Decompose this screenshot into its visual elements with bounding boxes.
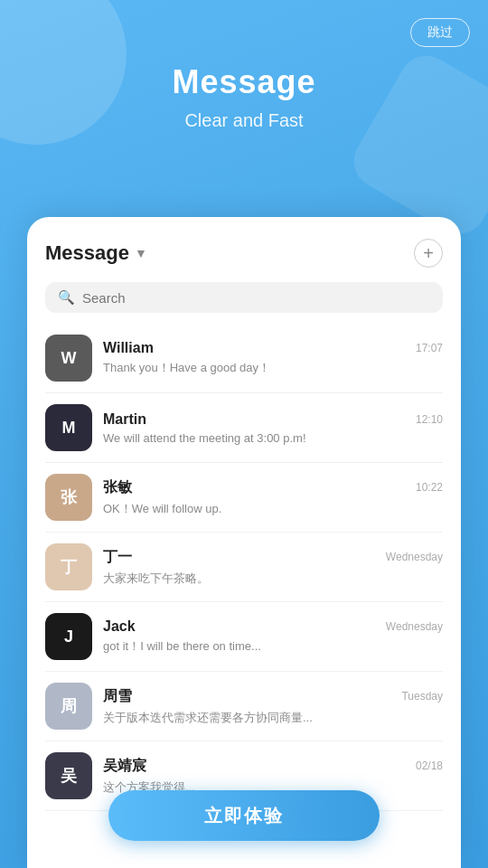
avatar-initial: M <box>45 404 92 451</box>
message-name: Martin <box>103 411 146 428</box>
card-title: Message <box>45 241 129 265</box>
avatar: 张 <box>45 474 92 521</box>
message-content: 张敏 10:22 OK！We will follow up. <box>103 478 443 517</box>
message-name: Jack <box>103 618 136 635</box>
message-content: Martin 12:10 We will attend the meeting … <box>103 411 443 445</box>
message-preview: got it！I will be there on time... <box>103 638 356 655</box>
avatar: 吴 <box>45 752 92 799</box>
search-input[interactable] <box>82 290 430 306</box>
message-item[interactable]: 周 周雪 Tuesday 关于版本迭代需求还需要各方协同商量... <box>45 672 443 741</box>
message-item[interactable]: W William 17:07 Thank you！Have a good da… <box>45 324 443 393</box>
avatar: M <box>45 404 92 451</box>
search-bar[interactable]: 🔍 <box>45 282 443 313</box>
message-top: 周雪 Tuesday <box>103 687 443 706</box>
message-top: 吴靖宸 02/18 <box>103 757 443 776</box>
message-list: W William 17:07 Thank you！Have a good da… <box>45 324 443 811</box>
message-time: Tuesday <box>401 690 443 703</box>
card-title-area: Message ▼ <box>45 241 147 265</box>
message-time: 02/18 <box>416 760 443 772</box>
message-preview: OK！We will follow up. <box>103 501 356 517</box>
message-name: 张敏 <box>103 478 132 497</box>
search-icon: 🔍 <box>58 289 75 306</box>
message-name: William <box>103 340 154 356</box>
avatar-initial: 丁 <box>45 543 92 590</box>
message-top: Martin 12:10 <box>103 411 443 428</box>
avatar: 丁 <box>45 543 92 590</box>
avatar-initial: J <box>45 613 92 660</box>
avatar-initial: W <box>45 335 92 382</box>
message-preview: Thank you！Have a good day！ <box>103 360 356 376</box>
avatar: J <box>45 613 92 660</box>
avatar-initial: 吴 <box>45 752 92 799</box>
message-name: 吴靖宸 <box>103 757 146 776</box>
message-preview: 关于版本迭代需求还需要各方协同商量... <box>103 710 356 726</box>
cta-button[interactable]: 立即体验 <box>108 790 380 841</box>
avatar: 周 <box>45 683 92 730</box>
avatar-initial: 周 <box>45 683 92 730</box>
avatar-initial: 张 <box>45 474 92 521</box>
dropdown-icon[interactable]: ▼ <box>135 246 147 260</box>
message-content: 丁一 Wednesday 大家来吃下午茶略。 <box>103 548 443 587</box>
message-preview: We will attend the meeting at 3:00 p.m! <box>103 431 356 445</box>
message-name: 丁一 <box>103 548 132 567</box>
message-item[interactable]: J Jack Wednesday got it！I will be there … <box>45 602 443 672</box>
message-item[interactable]: M Martin 12:10 We will attend the meetin… <box>45 393 443 463</box>
message-name: 周雪 <box>103 687 132 706</box>
message-top: William 17:07 <box>103 340 443 356</box>
message-time: Wednesday <box>386 620 443 633</box>
message-top: 张敏 10:22 <box>103 478 443 497</box>
message-top: 丁一 Wednesday <box>103 548 443 567</box>
message-content: Jack Wednesday got it！I will be there on… <box>103 618 443 655</box>
skip-button[interactable]: 跳过 <box>410 18 470 47</box>
card-header: Message ▼ + <box>45 239 443 268</box>
message-item[interactable]: 张 张敏 10:22 OK！We will follow up. <box>45 463 443 533</box>
message-item[interactable]: 丁 丁一 Wednesday 大家来吃下午茶略。 <box>45 533 443 602</box>
message-card: Message ▼ + 🔍 W William 17:07 Thank you！… <box>27 217 461 868</box>
message-time: 17:07 <box>416 342 443 354</box>
message-time: Wednesday <box>386 551 443 563</box>
message-time: 10:22 <box>416 481 443 494</box>
avatar: W <box>45 335 92 382</box>
message-preview: 大家来吃下午茶略。 <box>103 571 356 587</box>
message-content: William 17:07 Thank you！Have a good day！ <box>103 340 443 376</box>
message-time: 12:10 <box>416 413 443 426</box>
message-top: Jack Wednesday <box>103 618 443 635</box>
message-content: 周雪 Tuesday 关于版本迭代需求还需要各方协同商量... <box>103 687 443 726</box>
add-button[interactable]: + <box>414 239 443 268</box>
